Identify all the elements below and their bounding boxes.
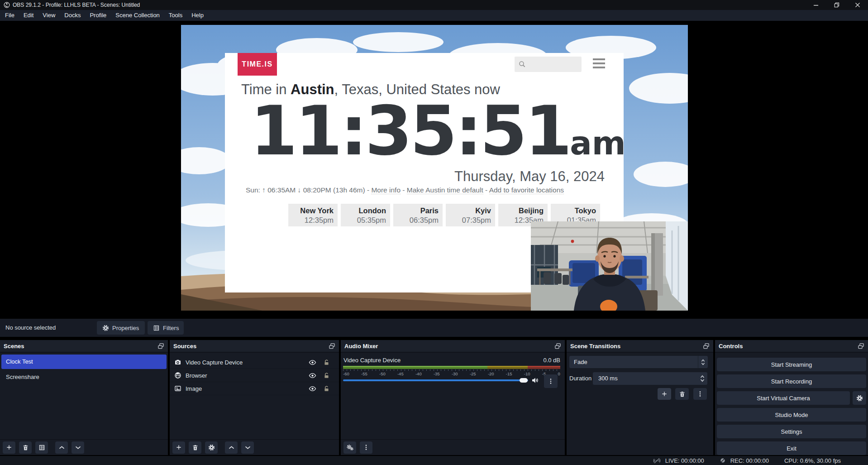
scene-filters-button[interactable] [35, 441, 48, 454]
status-bar: LIVE: 00:00:00 REC: 00:00:00 CPU: 0.6%, … [0, 456, 868, 465]
menu-item[interactable]: File [0, 10, 19, 21]
globe-icon [174, 372, 181, 379]
db-tick-label: -60 [343, 371, 349, 376]
city-name: Kyiv [446, 206, 491, 215]
webcam-video-source[interactable] [531, 221, 688, 311]
volume-slider-handle[interactable] [520, 378, 528, 383]
timeis-search-box[interactable] [515, 57, 582, 72]
db-tick-label: -35 [434, 371, 440, 376]
city-time: 06:35pm [393, 216, 439, 225]
db-tick-label: -40 [415, 371, 422, 376]
add-favorite-link[interactable]: Add to favorite locations [489, 186, 564, 194]
mixer-menu-button[interactable] [360, 441, 372, 454]
visibility-eye-icon[interactable] [309, 359, 316, 366]
gear-icon [102, 325, 109, 331]
menu-item[interactable]: Profile [85, 10, 111, 21]
scenes-header[interactable]: Scenes [0, 340, 168, 353]
mixer-options-button[interactable] [544, 374, 558, 388]
menu-item[interactable]: Help [187, 10, 208, 21]
settings-button[interactable]: Settings [717, 425, 866, 438]
duration-spinbox[interactable]: 300 ms [593, 372, 707, 385]
remove-transition-button[interactable] [675, 388, 689, 400]
current-time-display: 11:35:51am [250, 97, 626, 165]
hamburger-menu-icon[interactable] [593, 58, 605, 68]
advanced-audio-button[interactable] [343, 441, 356, 454]
menu-item[interactable]: View [38, 10, 60, 21]
source-row-browser[interactable]: Browser [170, 369, 339, 382]
transition-select[interactable]: Fade [569, 356, 708, 368]
cpu-fps-stats: CPU: 0.6%, 30.00 fps [784, 457, 841, 464]
transitions-header[interactable]: Scene Transitions [567, 340, 713, 353]
sources-header[interactable]: Sources [170, 340, 339, 353]
speaker-icon[interactable] [531, 376, 539, 384]
mixer-toolbar [341, 439, 565, 455]
volume-meter [343, 366, 560, 369]
sources-toolbar [170, 439, 339, 455]
city-tile[interactable]: New York 12:35pm [288, 204, 338, 226]
db-tick-label: -45 [397, 371, 404, 376]
live-time: LIVE: 00:00:00 [665, 457, 704, 464]
remove-source-button[interactable] [189, 441, 201, 454]
visibility-eye-icon[interactable] [309, 385, 316, 393]
virtual-camera-settings-button[interactable] [853, 391, 866, 405]
menu-item[interactable]: Tools [164, 10, 187, 21]
scene-item-screenshare[interactable]: Screenshare [1, 370, 167, 384]
current-date: Thursday, May 16, 2024 [454, 168, 605, 185]
popout-icon[interactable] [703, 343, 710, 350]
timeis-logo[interactable]: TIME.IS [238, 53, 277, 76]
menu-item[interactable]: Scene Collection [111, 10, 164, 21]
make-default-link[interactable]: Make Austin time default [407, 186, 483, 194]
city-name: London [341, 206, 386, 215]
remove-scene-button[interactable] [19, 441, 32, 454]
lock-icon[interactable] [323, 385, 330, 392]
start-virtual-camera-button[interactable]: Start Virtual Camera [717, 391, 850, 405]
city-time: 12:35pm [288, 216, 334, 225]
chevron-up-down-icon[interactable] [698, 356, 708, 368]
move-scene-up-button[interactable] [55, 441, 68, 454]
program-canvas[interactable]: TIME.IS Time in Austin, Texas, United St… [181, 25, 688, 311]
move-source-down-button[interactable] [241, 441, 254, 454]
add-source-button[interactable] [172, 441, 185, 454]
add-scene-button[interactable] [3, 441, 15, 454]
city-name: New York [288, 206, 334, 215]
meter-tick-labels: -60-55-50-45-40-35-30-25-20-15-10-50 [343, 371, 560, 376]
popout-icon[interactable] [858, 343, 864, 350]
controls-header[interactable]: Controls [715, 340, 868, 353]
filters-button[interactable]: Filters [148, 321, 184, 335]
volume-slider[interactable] [343, 379, 528, 381]
start-recording-button[interactable]: Start Recording [717, 374, 866, 388]
minimize-button[interactable] [806, 0, 826, 10]
move-source-up-button[interactable] [225, 441, 238, 454]
popout-icon[interactable] [329, 343, 335, 350]
source-row-video-capture[interactable]: Video Capture Device [170, 356, 339, 369]
popout-icon[interactable] [157, 343, 164, 350]
add-transition-button[interactable] [658, 388, 671, 400]
move-scene-down-button[interactable] [72, 441, 84, 454]
popout-icon[interactable] [554, 343, 561, 350]
start-streaming-button[interactable]: Start Streaming [717, 358, 866, 371]
exit-button[interactable]: Exit [717, 441, 866, 455]
menu-item[interactable]: Docks [60, 10, 85, 21]
close-button[interactable] [847, 0, 868, 10]
more-info-link[interactable]: More info [371, 186, 401, 194]
scene-item-clock-test[interactable]: Clock Test [1, 355, 167, 369]
studio-mode-button[interactable]: Studio Mode [717, 408, 866, 422]
menu-item[interactable]: Edit [19, 10, 38, 21]
transition-options-button[interactable] [693, 388, 707, 400]
lock-icon[interactable] [323, 359, 330, 366]
stream-signal-icon [653, 457, 661, 465]
properties-button[interactable]: Properties [97, 321, 145, 335]
city-name: Beijing [498, 206, 544, 215]
restore-button[interactable] [826, 0, 847, 10]
city-tile[interactable]: Kyiv 07:35pm [446, 204, 495, 226]
meter-tick-marks [343, 369, 560, 371]
visibility-eye-icon[interactable] [309, 372, 316, 379]
audio-mixer-header[interactable]: Audio Mixer [341, 340, 565, 353]
spinner-arrows-icon[interactable] [700, 372, 705, 385]
source-row-image[interactable]: Image [170, 382, 339, 395]
source-properties-button[interactable] [205, 441, 218, 454]
lock-icon[interactable] [323, 372, 330, 379]
city-tile[interactable]: London 05:35pm [341, 204, 390, 226]
city-tile[interactable]: Paris 06:35pm [393, 204, 443, 226]
city-time: 07:35pm [446, 216, 491, 225]
